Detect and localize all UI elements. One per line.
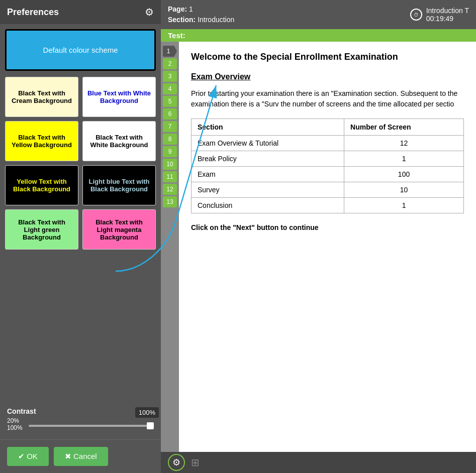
contrast-label: Contrast [7, 407, 154, 415]
table-row: Exam 100 [192, 167, 464, 182]
timer-icon: ⏱ [410, 9, 422, 21]
gear-icon[interactable]: ⚙ [145, 6, 154, 18]
cancel-button[interactable]: ✖ Cancel [54, 447, 108, 466]
table-cell-section: Conclusion [192, 198, 344, 213]
section-label: Section: Introduction [168, 16, 234, 24]
scheme-white-bg[interactable]: Black Text with White Background [82, 121, 156, 161]
scheme-yellow-bg[interactable]: Black Text with Yellow Background [5, 121, 78, 161]
table-cell-screens: 100 [344, 167, 464, 182]
preferences-header: Preferences ⚙ [0, 0, 161, 24]
right-panel: Page: 1 Section: Introduction ⏱ Introduc… [161, 0, 476, 473]
preferences-panel: Preferences ⚙ Default colour scheme Blac… [0, 0, 161, 473]
table-header-section: Section [192, 119, 344, 136]
table-cell-section: Exam [192, 167, 344, 182]
table-row: Survey 10 [192, 182, 464, 198]
timer-info: Introduction T 00:19:49 [426, 7, 469, 23]
page-num-2[interactable]: 2 [163, 58, 177, 69]
page-num-13[interactable]: 13 [163, 196, 177, 207]
page-num-5[interactable]: 5 [163, 96, 177, 107]
table-header-screens: Number of Screen [344, 119, 464, 136]
page-num-11[interactable]: 11 [163, 171, 177, 182]
timer-section: ⏱ Introduction T 00:19:49 [410, 7, 469, 23]
next-instruction: Click on the "Next" button to continue [191, 223, 464, 231]
scheme-lightblue-text[interactable]: Light blue Text with Black Background [82, 165, 156, 205]
contrast-slider[interactable] [29, 425, 154, 427]
page-num-3[interactable]: 3 [163, 71, 177, 82]
bottom-bar: ⚙ ⊞ [161, 452, 476, 473]
scheme-grid: Black Text with Cream Background Blue Te… [5, 77, 156, 250]
page-num-1[interactable]: 1 [163, 46, 177, 57]
page-num-10[interactable]: 10 [163, 159, 177, 170]
page-num-9[interactable]: 9 [163, 146, 177, 157]
timer-value: 00:19:49 [426, 15, 469, 23]
page-label: Page: 1 [168, 5, 193, 13]
table-cell-section: Survey [192, 182, 344, 198]
page-num-7[interactable]: 7 [163, 121, 177, 132]
main-content: Welcome to the Special Enrollment Examin… [179, 42, 476, 452]
timer-title: Introduction T [426, 7, 469, 15]
welcome-title: Welcome to the Special Enrollment Examin… [191, 52, 464, 62]
page-numbers-sidebar: 1 2 3 4 5 6 7 8 9 10 11 12 13 [161, 42, 179, 452]
scheme-magenta-bg[interactable]: Black Text with Light magenta Background [82, 209, 156, 250]
page-num-4[interactable]: 4 [163, 83, 177, 94]
content-area: 1 2 3 4 5 6 7 8 9 10 11 12 13 Welcome to… [161, 42, 476, 452]
color-schemes-section: Default colour scheme Black Text with Cr… [0, 24, 161, 402]
preferences-title: Preferences [7, 7, 59, 18]
scheme-cream[interactable]: Black Text with Cream Background [5, 77, 78, 117]
grid-icon[interactable]: ⊞ [191, 456, 200, 468]
table-row: Conclusion 1 [192, 198, 464, 213]
test-label: Test: [168, 31, 185, 40]
test-bar: Test: [161, 29, 476, 42]
table-row: Break Policy 1 [192, 151, 464, 167]
scheme-yellow-text[interactable]: Yellow Text with Black Background [5, 165, 78, 205]
table-cell-section: Exam Overview & Tutorial [192, 136, 344, 151]
table-cell-screens: 10 [344, 182, 464, 198]
page-info: Page: 1 Section: Introduction [168, 4, 234, 25]
table-cell-screens: 1 [344, 151, 464, 167]
table-row: Exam Overview & Tutorial 12 [192, 136, 464, 151]
contrast-row: 20% 100% 100% [7, 417, 154, 431]
exam-description: Prior to starting your examination there… [191, 88, 464, 109]
page-num-8[interactable]: 8 [163, 134, 177, 145]
page-num-12[interactable]: 12 [163, 184, 177, 195]
page-num-6[interactable]: 6 [163, 108, 177, 120]
exam-table: Section Number of Screen Exam Overview &… [191, 119, 464, 213]
contrast-range-values: 20% 100% [7, 417, 25, 431]
ok-button[interactable]: ✔ OK [7, 447, 49, 466]
scheme-lightgreen-bg[interactable]: Black Text with Light green Background [5, 209, 78, 250]
table-cell-screens: 1 [344, 198, 464, 213]
exam-overview-title: Exam Overview [191, 72, 464, 81]
scheme-blue-white[interactable]: Blue Text with White Background [82, 77, 156, 117]
contrast-slider-wrapper: 100% [29, 420, 154, 429]
bottom-gear-button[interactable]: ⚙ [168, 454, 185, 471]
default-color-scheme[interactable]: Default colour scheme [5, 29, 156, 71]
table-cell-section: Break Policy [192, 151, 344, 167]
top-bar: Page: 1 Section: Introduction ⏱ Introduc… [161, 0, 476, 29]
table-cell-screens: 12 [344, 136, 464, 151]
contrast-section: Contrast 20% 100% 100% [0, 402, 161, 439]
contrast-min: 20% [7, 417, 25, 424]
preferences-footer: ✔ OK ✖ Cancel [0, 439, 161, 473]
contrast-tooltip: 100% [135, 407, 159, 418]
contrast-max: 100% [7, 424, 25, 431]
